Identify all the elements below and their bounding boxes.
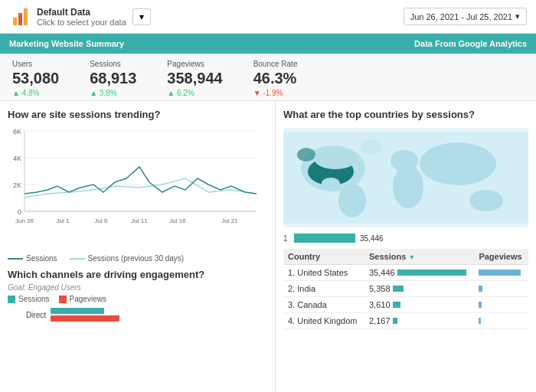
channels-pageviews-color xyxy=(59,296,67,303)
pageviews-bar xyxy=(479,286,482,292)
channels-sessions-legend: Sessions xyxy=(8,295,50,303)
right-panel: What are the top countries by sessions? xyxy=(276,101,536,392)
pageviews-bar xyxy=(479,318,481,324)
countries-title: What are the top countries by sessions? xyxy=(283,109,528,120)
left-panel: How are site sessions trending? 6K 4K 2K… xyxy=(0,101,276,392)
metric-bounce-rate: Bounce Rate 46.3% -1.9% xyxy=(253,60,298,94)
svg-text:2K: 2K xyxy=(13,181,21,189)
sessions-legend-label: Sessions xyxy=(26,254,57,263)
svg-text:Jul 21: Jul 21 xyxy=(221,217,238,224)
rank-bar xyxy=(294,234,355,243)
country-sessions: 3,610 xyxy=(364,297,474,313)
sessions-bar xyxy=(393,286,404,292)
pageviews-bar xyxy=(479,302,482,308)
summary-bar-left: Marketing Website Summary xyxy=(9,39,124,48)
country-num: 1. United States xyxy=(283,265,364,281)
country-sessions: 35,446 xyxy=(364,265,474,281)
header: Default Data Click to select your data ▾… xyxy=(0,0,536,34)
country-name: United Kingdom xyxy=(297,316,357,325)
world-map-svg xyxy=(283,132,528,224)
direct-bars xyxy=(51,308,119,322)
svg-point-19 xyxy=(297,148,315,162)
channels-sessions-label: Sessions xyxy=(18,295,50,303)
table-row: 4. United Kingdom 2,167 xyxy=(283,313,528,329)
metric-pageviews: Pageviews 358,944 6.2% xyxy=(167,60,222,94)
table-row: 3. Canada 3,610 xyxy=(283,297,528,313)
chart-legend: Sessions Sessions (previous 30 days) xyxy=(8,254,267,263)
channels-pageviews-label: Pageviews xyxy=(70,295,106,303)
country-rank-bar: 1 35,446 xyxy=(283,234,528,243)
direct-label: Direct xyxy=(8,311,46,319)
metrics-row: Users 53,080 4.8% Sessions 68,913 3.8% P… xyxy=(0,54,536,101)
legend-sessions: Sessions xyxy=(8,254,57,263)
table-row: 2. India 5,358 xyxy=(283,281,528,297)
legend-previous-sessions: Sessions (previous 30 days) xyxy=(70,254,185,263)
world-map-container xyxy=(283,128,528,227)
country-table: Country Sessions ▼ Pageviews 1. United S… xyxy=(283,249,528,329)
svg-text:Jul 11: Jul 11 xyxy=(131,217,148,224)
svg-point-21 xyxy=(322,178,340,190)
metric-label: Bounce Rate xyxy=(253,60,298,68)
country-pageviews xyxy=(474,297,528,313)
main-content: How are site sessions trending? 6K 4K 2K… xyxy=(0,101,536,392)
prev-sessions-line-legend xyxy=(70,258,85,260)
svg-text:Jul 6: Jul 6 xyxy=(95,217,108,224)
metric-change: -1.9% xyxy=(253,89,298,97)
metric-change: 3.8% xyxy=(90,89,136,97)
svg-text:Jul 1: Jul 1 xyxy=(57,217,70,224)
metric-sessions: Sessions 68,913 3.8% xyxy=(90,60,136,94)
col-sessions[interactable]: Sessions ▼ xyxy=(364,249,474,265)
metric-value: 358,944 xyxy=(167,70,222,87)
country-table-header: Country Sessions ▼ Pageviews xyxy=(283,249,528,265)
metric-value: 46.3% xyxy=(253,70,298,87)
svg-point-22 xyxy=(338,184,366,217)
svg-point-20 xyxy=(314,148,357,169)
sessions-bar xyxy=(393,302,400,308)
country-name: India xyxy=(297,284,315,293)
country-sessions: 2,167 xyxy=(364,313,474,329)
col-pageviews: Pageviews xyxy=(474,249,528,265)
sessions-trend-title: How are site sessions trending? xyxy=(8,109,267,120)
channel-rows: Direct xyxy=(8,308,267,322)
metric-change: 6.2% xyxy=(167,89,222,97)
col-country: Country xyxy=(283,249,364,265)
channels-section: Which channels are driving engagement? G… xyxy=(8,269,267,384)
country-num: 2. India xyxy=(283,281,364,297)
svg-text:Jun 26: Jun 26 xyxy=(15,217,34,224)
arrow-down-icon xyxy=(253,89,263,97)
svg-point-24 xyxy=(393,165,423,208)
date-range-selector[interactable]: Jun 26, 2021 - Jul 25, 2021 ▾ xyxy=(404,8,527,25)
data-source-dropdown[interactable]: ▾ xyxy=(132,8,151,25)
country-num: 3. Canada xyxy=(283,297,364,313)
metric-users: Users 53,080 4.8% xyxy=(12,60,59,94)
svg-text:6K: 6K xyxy=(13,128,21,136)
country-pageviews xyxy=(474,313,528,329)
channels-subtitle: Goal: Engaged Users xyxy=(8,283,267,292)
header-text: Default Data Click to select your data xyxy=(37,7,126,27)
sessions-line-chart: 6K 4K 2K 0 J xyxy=(8,125,260,243)
sessions-trend-section: How are site sessions trending? 6K 4K 2K… xyxy=(8,109,267,263)
header-left: Default Data Click to select your data ▾ xyxy=(9,6,151,28)
direct-sessions-bar xyxy=(51,308,104,314)
country-pageviews xyxy=(474,265,528,281)
country-sessions: 5,358 xyxy=(364,281,474,297)
metric-value: 68,913 xyxy=(90,70,136,87)
rank-number: 1 xyxy=(283,234,289,243)
metric-label: Users xyxy=(12,60,59,68)
sessions-line xyxy=(25,167,257,194)
sort-arrow-icon: ▼ xyxy=(408,253,415,261)
data-source-subtitle: Click to select your data xyxy=(37,18,126,27)
channels-title: Which channels are driving engagement? xyxy=(8,269,267,280)
metric-change: 4.8% xyxy=(12,89,59,97)
summary-bar-right: Data From Google Analytics xyxy=(414,39,527,48)
country-name: Canada xyxy=(297,300,327,309)
table-row: 1. United States 35,446 xyxy=(283,265,528,281)
direct-channel-row: Direct xyxy=(8,308,267,322)
svg-text:4K: 4K xyxy=(13,155,21,162)
data-source-title: Default Data xyxy=(37,7,126,18)
date-dropdown-arrow-icon: ▾ xyxy=(515,11,520,21)
channels-pageviews-legend: Pageviews xyxy=(59,295,106,303)
sessions-bar xyxy=(393,318,397,324)
direct-pageviews-bar xyxy=(51,315,119,322)
country-num: 4. United Kingdom xyxy=(283,313,364,329)
